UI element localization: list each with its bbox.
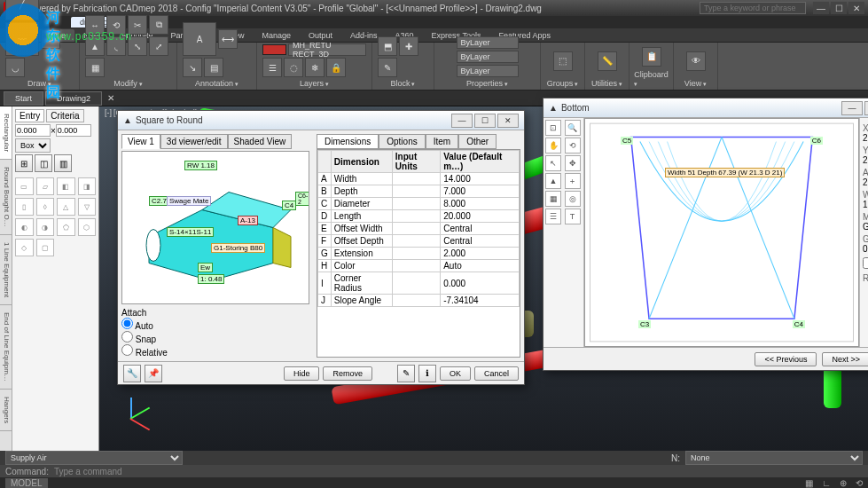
table-row[interactable]: GExtension2.000 bbox=[318, 248, 520, 260]
leader-icon[interactable]: ↘ bbox=[183, 58, 202, 77]
line-icon[interactable]: ╱ bbox=[5, 0, 39, 20]
maximize-icon[interactable]: ☐ bbox=[474, 114, 496, 128]
preview-3d[interactable]: RW 1.18 C2.70 Swage Mate S-14×11S-11 A-1… bbox=[121, 151, 309, 304]
doc-tab-start[interactable]: Start bbox=[4, 91, 43, 106]
linetype-combo[interactable]: ByLayer bbox=[457, 65, 519, 77]
part-thumbnail[interactable]: ◧ bbox=[57, 177, 75, 195]
create-icon[interactable]: ✚ bbox=[399, 36, 418, 56]
text-icon[interactable]: A bbox=[183, 22, 216, 56]
group-icon[interactable]: ⬚ bbox=[553, 51, 573, 71]
array-icon[interactable]: ▦ bbox=[85, 58, 105, 77]
snap-icon[interactable]: ◎ bbox=[565, 191, 581, 207]
tool-icon[interactable]: ⊞ bbox=[15, 154, 33, 172]
layer-off-icon[interactable]: ◌ bbox=[284, 58, 303, 77]
part-thumbnail[interactable]: ◊ bbox=[36, 198, 55, 216]
help-search-input[interactable] bbox=[700, 2, 806, 14]
tool-icon[interactable]: 🔧 bbox=[123, 365, 141, 382]
next-button[interactable]: Next >> bbox=[822, 352, 868, 366]
status-icon[interactable]: ∟ bbox=[822, 478, 831, 488]
paste-icon[interactable]: 📋 bbox=[642, 47, 661, 67]
table-row[interactable]: BDepth7.000 bbox=[318, 185, 520, 198]
model-button[interactable]: MODEL bbox=[5, 478, 48, 488]
tab-item[interactable]: Item bbox=[426, 134, 458, 149]
table-row[interactable]: ICorner Radius0.000 bbox=[318, 272, 520, 295]
table-row[interactable]: JSlope Angle-7.34104 bbox=[318, 295, 520, 307]
fillet-icon[interactable]: ◟ bbox=[106, 36, 126, 56]
table-row[interactable]: EOffset WidthCentral bbox=[318, 223, 520, 235]
grid-icon[interactable]: ▦ bbox=[545, 191, 561, 207]
mirror-icon[interactable]: ▲ bbox=[85, 36, 105, 56]
new-tab-button[interactable]: ✕ bbox=[107, 93, 114, 103]
vtab-hangers[interactable]: Hangers bbox=[0, 390, 12, 431]
add-icon[interactable]: ＋ bbox=[565, 173, 581, 189]
layer-props-icon[interactable]: ☰ bbox=[262, 58, 282, 77]
part-thumbnail[interactable]: ▱ bbox=[36, 177, 55, 195]
vtab-round[interactable]: Round Bought O… bbox=[0, 160, 12, 235]
arc-icon[interactable]: ◡ bbox=[5, 58, 25, 77]
tool-icon[interactable]: ◫ bbox=[35, 154, 52, 172]
maximize-icon[interactable]: ☐ bbox=[864, 101, 868, 115]
viewport-3d[interactable]: [Custom View][Shaded] ▲ Square to Round … bbox=[99, 106, 868, 451]
minimize-icon[interactable]: — bbox=[841, 101, 863, 115]
maximize-button[interactable]: ☐ bbox=[831, 2, 847, 14]
layer-freeze-icon[interactable]: ❄ bbox=[305, 58, 325, 77]
size-input-2[interactable] bbox=[56, 124, 91, 137]
edit-icon[interactable]: ✎ bbox=[397, 365, 415, 382]
dimension-icon[interactable]: ⟷ bbox=[218, 29, 238, 49]
table-row[interactable]: FOffset DepthCentral bbox=[318, 235, 520, 248]
pin-icon[interactable]: 📌 bbox=[145, 365, 162, 382]
notcut-checkbox[interactable] bbox=[863, 257, 868, 269]
info-icon[interactable]: ℹ bbox=[418, 365, 436, 382]
status-icon[interactable]: ⊕ bbox=[840, 478, 847, 488]
scale-icon[interactable]: ⤢ bbox=[149, 36, 168, 56]
dialog-titlebar[interactable]: ▲ Bottom — ☐ ✕ bbox=[543, 98, 868, 118]
layer-color-swatch[interactable] bbox=[262, 44, 286, 55]
minimize-icon[interactable]: — bbox=[451, 114, 473, 128]
select-icon[interactable]: ↖ bbox=[545, 155, 561, 171]
tab-other[interactable]: Other bbox=[458, 134, 497, 149]
insert-icon[interactable]: ⬒ bbox=[378, 36, 397, 56]
table-row[interactable]: CDiameter8.000 bbox=[318, 198, 520, 210]
attach-relative-radio[interactable] bbox=[121, 344, 133, 356]
previous-button[interactable]: << Previous bbox=[755, 352, 817, 366]
part-thumbnail[interactable]: ◑ bbox=[36, 218, 55, 236]
part-thumbnail[interactable]: ◐ bbox=[15, 218, 34, 236]
vtab-rect[interactable]: Rectangular bbox=[0, 106, 12, 160]
remove-button[interactable]: Remove bbox=[323, 366, 372, 381]
dialog-titlebar[interactable]: ▲ Square to Round — ☐ ✕ bbox=[118, 111, 524, 130]
ribbon-tab-manage[interactable]: Manage bbox=[253, 29, 300, 42]
flat-pattern-view[interactable]: Width 51 Depth 67.39 (W 21.3 D 21) C5 C6… bbox=[584, 118, 859, 347]
table-row[interactable]: AWidth14.000 bbox=[318, 173, 520, 185]
status-icon[interactable]: ⟲ bbox=[856, 478, 863, 488]
rotate-icon[interactable]: ⟲ bbox=[106, 15, 126, 35]
part-thumbnail[interactable]: ⬡ bbox=[78, 218, 97, 236]
minimize-button[interactable]: — bbox=[813, 2, 829, 14]
view-tab-3d[interactable]: 3d viewer/edit bbox=[160, 134, 228, 149]
circle-icon[interactable]: ○ bbox=[41, 29, 60, 49]
close-button[interactable]: ✕ bbox=[848, 2, 864, 14]
vtab-eol[interactable]: End of Line Equipm… bbox=[0, 305, 12, 390]
part-thumbnail[interactable]: ▭ bbox=[15, 177, 34, 195]
shape-select[interactable]: Box bbox=[15, 138, 51, 153]
ok-button[interactable]: OK bbox=[440, 366, 471, 381]
layer-icon[interactable]: ☰ bbox=[545, 209, 561, 224]
part-thumbnail[interactable]: ⬠ bbox=[57, 218, 75, 236]
layer-lock-icon[interactable]: 🔒 bbox=[326, 58, 346, 77]
color-combo[interactable]: ByLayer bbox=[457, 36, 519, 49]
part-thumbnail[interactable]: ▢ bbox=[36, 239, 55, 256]
layer-combo[interactable]: MH_RETU RECT_3D bbox=[288, 43, 366, 56]
move-icon[interactable]: ↔ bbox=[85, 15, 105, 35]
tab-dimensions[interactable]: Dimensions bbox=[317, 134, 379, 149]
stretch-icon[interactable]: ⤡ bbox=[128, 36, 147, 56]
size-input-1[interactable] bbox=[15, 124, 51, 137]
part-thumbnail[interactable]: ▽ bbox=[78, 198, 97, 216]
none-combo[interactable]: None bbox=[685, 451, 863, 465]
attach-auto-radio[interactable] bbox=[121, 318, 133, 329]
trim-icon[interactable]: ✂ bbox=[128, 15, 147, 35]
zoom-icon[interactable]: 🔍 bbox=[565, 120, 581, 136]
tab-options[interactable]: Options bbox=[379, 134, 425, 149]
hide-button[interactable]: Hide bbox=[284, 366, 320, 381]
table-row[interactable]: HColorAuto bbox=[318, 260, 520, 272]
rotate-icon[interactable]: ⟲ bbox=[565, 138, 581, 153]
close-icon[interactable]: ✕ bbox=[497, 114, 519, 128]
